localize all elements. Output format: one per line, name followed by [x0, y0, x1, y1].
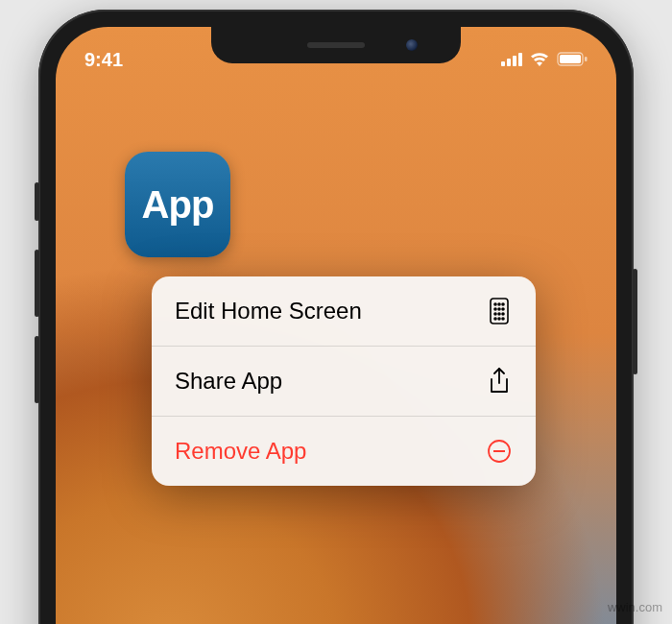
svg-rect-3 — [518, 53, 522, 66]
svg-rect-5 — [560, 55, 581, 63]
cellular-signal-icon — [501, 49, 522, 71]
svg-rect-2 — [513, 56, 516, 66]
menu-item-remove-app[interactable]: Remove App — [152, 417, 536, 486]
svg-point-12 — [498, 308, 500, 310]
context-menu: Edit Home Screen Share App — [152, 276, 536, 486]
svg-rect-0 — [501, 61, 505, 66]
phone-device-frame: 9:41 — [38, 10, 634, 624]
menu-item-label: Share App — [175, 368, 282, 395]
svg-point-13 — [502, 308, 504, 310]
menu-item-label: Remove App — [175, 438, 306, 465]
volume-down-button — [35, 336, 39, 403]
menu-item-edit-home-screen[interactable]: Edit Home Screen — [152, 276, 536, 347]
svg-rect-6 — [585, 57, 588, 61]
share-icon — [486, 368, 513, 395]
svg-point-16 — [502, 313, 504, 315]
status-indicators — [501, 49, 588, 71]
svg-point-19 — [502, 318, 504, 320]
svg-point-18 — [498, 318, 500, 320]
battery-icon — [557, 49, 588, 71]
menu-item-share-app[interactable]: Share App — [152, 347, 536, 417]
svg-point-9 — [498, 303, 500, 305]
svg-point-10 — [502, 303, 504, 305]
svg-point-14 — [494, 313, 496, 315]
speaker-grille — [307, 42, 365, 48]
power-button — [633, 269, 637, 374]
front-camera — [406, 39, 418, 51]
phone-screen: 9:41 — [56, 27, 616, 624]
notch — [211, 27, 461, 63]
svg-point-11 — [494, 308, 496, 310]
svg-point-8 — [494, 303, 496, 305]
mute-switch — [35, 182, 39, 221]
svg-point-15 — [498, 313, 500, 315]
home-grid-icon — [486, 298, 513, 324]
watermark: wwin.com — [608, 600, 662, 614]
app-icon-label: App — [142, 183, 214, 227]
svg-rect-1 — [507, 59, 511, 66]
status-time: 9:41 — [84, 49, 123, 71]
menu-item-label: Edit Home Screen — [175, 298, 362, 324]
volume-up-button — [35, 250, 39, 317]
app-icon[interactable]: App — [125, 152, 230, 257]
remove-circle-icon — [486, 439, 513, 464]
wifi-icon — [529, 49, 550, 71]
svg-point-17 — [494, 318, 496, 320]
